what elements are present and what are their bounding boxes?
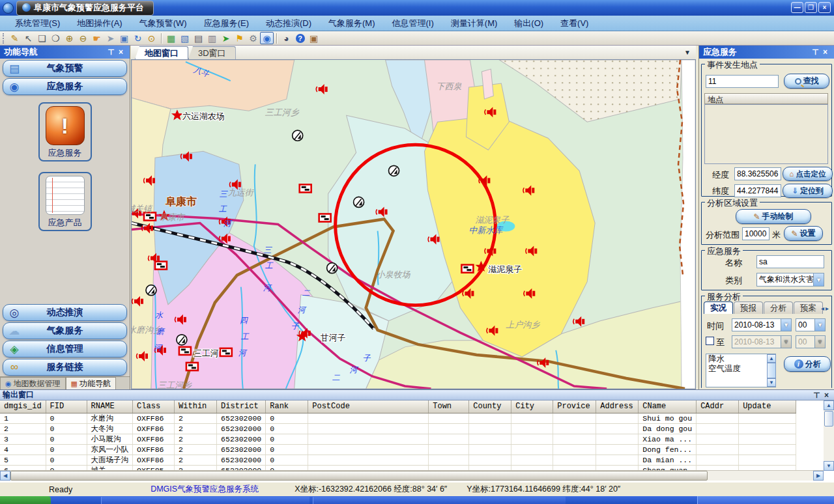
column-header[interactable]: CAddr <box>697 400 739 413</box>
tab-分析[interactable]: 分析 <box>764 301 793 314</box>
tab-3D窗口[interactable]: 3D窗口 <box>188 46 236 59</box>
tab-预报[interactable]: 预报 <box>734 301 763 314</box>
column-header[interactable]: PostCode <box>308 400 429 413</box>
sidebar-item-服务链接[interactable]: ∞服务链接 <box>3 359 127 376</box>
column-header[interactable]: Address <box>596 400 639 413</box>
column-header[interactable]: Town <box>429 400 469 413</box>
sidebar-item-气象预警[interactable]: ▤气象预警 <box>3 60 127 77</box>
latitude-input[interactable] <box>734 184 781 197</box>
tab-预案[interactable]: 预案 <box>794 301 823 314</box>
list-scrollbar[interactable]: ▲▼ <box>767 354 776 387</box>
column-header[interactable]: Within <box>175 400 217 413</box>
menu-item[interactable]: 地图操作(A) <box>68 16 130 31</box>
click-locate-button[interactable]: ⌂点击定位 <box>783 167 833 181</box>
pin-icon[interactable]: ⊤ <box>106 48 116 57</box>
table-row[interactable]: 30小马厩沟OXFF8626523020000Xiao ma ... <box>0 434 796 444</box>
snapshot-icon[interactable]: ▧ <box>178 32 192 44</box>
hscroll-thumb[interactable] <box>10 471 708 481</box>
table-row[interactable]: 40东风一小队OXFF8626523020000Dong fen... <box>0 444 796 455</box>
chevron-down-icon[interactable]: ▼ <box>781 319 791 331</box>
zoom-in-icon[interactable]: ⊕ <box>63 32 76 44</box>
pin-icon[interactable]: ⊤ <box>812 391 822 400</box>
tab-地图数据管理[interactable]: ◉地图数据管理 <box>0 377 66 389</box>
service-name-input[interactable] <box>756 255 824 268</box>
应急服务-button[interactable]: !应急服务 <box>38 102 92 161</box>
close-icon[interactable]: × <box>116 48 126 57</box>
close-icon[interactable]: × <box>820 48 830 57</box>
date-select[interactable]: 2010-08-13▼ <box>732 318 792 331</box>
analyze-button[interactable]: i分析 <box>784 356 831 372</box>
zoom-out-icon[interactable]: ⊖ <box>76 32 90 44</box>
sidebar-item-动态推演[interactable]: ◎动态推演 <box>3 304 127 321</box>
pin-icon[interactable]: ⊤ <box>811 48 820 57</box>
column-header[interactable]: County <box>469 400 511 413</box>
eye-icon[interactable]: ◕ <box>280 32 293 44</box>
taskbar-item[interactable] <box>101 497 309 504</box>
scroll-up-icon[interactable]: ▲ <box>824 400 834 410</box>
pin-marker-icon[interactable]: ⚑ <box>233 32 246 44</box>
toolbar-grip[interactable] <box>3 33 5 44</box>
list-item[interactable]: 降水 <box>706 354 775 364</box>
location-input[interactable] <box>706 75 779 88</box>
print-icon[interactable]: ▤ <box>192 32 205 44</box>
longitude-input[interactable] <box>734 167 781 180</box>
menu-item[interactable]: 查看(V) <box>552 16 597 31</box>
scroll-up-icon[interactable]: ▲ <box>767 354 776 363</box>
menu-item[interactable]: 气象预警(W) <box>131 16 195 31</box>
chevron-down-icon[interactable]: ▼ <box>684 49 691 56</box>
full-extent-icon[interactable]: ▣ <box>117 32 131 44</box>
column-header[interactable]: Class <box>133 400 175 413</box>
globe-service-icon[interactable]: ◉ <box>260 32 274 44</box>
column-header[interactable]: RNAME <box>87 400 133 413</box>
chevron-down-icon[interactable]: ▼ <box>813 273 824 286</box>
output-hscrollbar[interactable]: ◀ ▶ <box>0 470 824 481</box>
menu-item[interactable]: 输出(O) <box>506 16 552 31</box>
pointer-icon[interactable]: ➤ <box>104 32 117 44</box>
picture-icon[interactable]: ▣ <box>307 32 321 44</box>
start-button[interactable] <box>0 496 51 504</box>
measure-icon[interactable]: ✎ <box>8 32 22 44</box>
map-canvas[interactable]: 六运湖农场三工河乡下西泉九运街城关镇阜康市阜康市滋泥泉子中新水库小泉牧场滋泥泉子… <box>131 60 696 389</box>
set-button[interactable]: ✎设置 <box>784 226 823 241</box>
menu-item[interactable]: 测量计算(M) <box>442 16 506 31</box>
column-header[interactable]: Update <box>739 400 796 413</box>
place-list-header[interactable]: 地点 <box>704 93 828 104</box>
service-type-select[interactable]: 气象和洪水灾害▼ <box>756 273 824 287</box>
sidebar-item-应急服务[interactable]: ◉应急服务 <box>3 78 127 95</box>
to-checkbox[interactable] <box>706 337 714 345</box>
tab-地图窗口[interactable]: 地图窗口 <box>135 46 188 59</box>
应急产品-button[interactable]: 应急产品 <box>38 172 92 231</box>
place-list[interactable] <box>704 104 828 164</box>
tab-实况[interactable]: 实况 <box>704 301 733 314</box>
close-button[interactable]: × <box>818 2 831 13</box>
scroll-down-icon[interactable]: ▼ <box>767 378 776 387</box>
manual-draw-button[interactable]: ✎手动绘制 <box>736 209 811 224</box>
table-row[interactable]: 20大冬沟OXFF8626523020000Da dong gou <box>0 423 796 434</box>
taskbar[interactable] <box>0 496 834 504</box>
column-header[interactable]: dmgis_id <box>0 400 46 413</box>
menu-item[interactable]: 应急服务(E) <box>195 16 257 31</box>
taskbar-item[interactable] <box>313 497 566 504</box>
output-table[interactable]: dmgis_idFIDRNAMEClassWithinDistrictRankP… <box>0 400 796 471</box>
menu-item[interactable]: 气象服务(M) <box>320 16 384 31</box>
menu-item[interactable]: 系统管理(S) <box>7 16 68 31</box>
table-row[interactable]: 10水磨沟OXFF8626523020000Shui mo gou <box>0 413 796 423</box>
minimize-button[interactable]: — <box>791 2 803 13</box>
column-header[interactable]: City <box>511 400 553 413</box>
hour-select[interactable]: 00▼ <box>796 318 826 331</box>
column-header[interactable]: Provice <box>553 400 596 413</box>
scroll-left-icon[interactable]: ◀ <box>0 471 10 481</box>
column-header[interactable]: Rank <box>266 400 308 413</box>
tab-功能导航[interactable]: ▦功能导航 <box>66 377 116 389</box>
chevron-down-icon[interactable]: ▼ <box>814 319 825 331</box>
range-input[interactable] <box>742 227 769 240</box>
tab-scroll-left-icon[interactable]: ◂ <box>821 305 824 312</box>
pan-hand-icon[interactable]: ☛ <box>90 32 104 44</box>
goto-button[interactable]: ⇓定位到 <box>783 184 833 198</box>
settings-icon[interactable]: ⚙ <box>246 32 260 44</box>
sidebar-item-信息管理[interactable]: ◈信息管理 <box>3 341 127 357</box>
table-row[interactable]: 50大面场子沟OXFF8626523020000Da mian ... <box>0 455 796 465</box>
layers-icon[interactable]: ▦ <box>164 32 178 44</box>
pick-feature-icon[interactable]: ➤ <box>219 32 233 44</box>
identify-icon[interactable]: ⊙ <box>145 32 158 44</box>
